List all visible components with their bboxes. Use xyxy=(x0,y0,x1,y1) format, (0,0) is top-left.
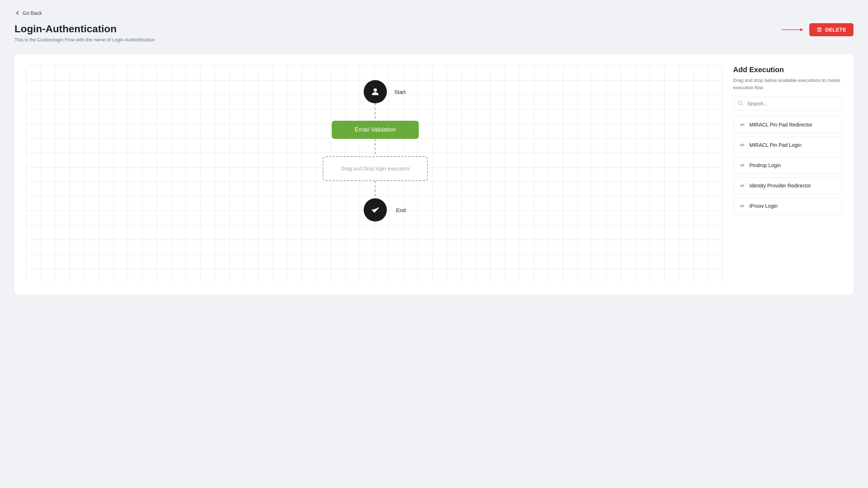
executor-label: MIRACL Pin Pad Redirector xyxy=(749,122,813,128)
connector-1 xyxy=(375,103,376,121)
executor-label: Identity Provider Redirector xyxy=(749,183,811,189)
executor-item[interactable]: Identity Provider Redirector xyxy=(733,177,842,194)
go-back-button[interactable]: Go Back xyxy=(15,10,42,16)
end-node xyxy=(364,198,387,222)
execution-sidebar: Add Execution Drag and drop below availa… xyxy=(733,66,842,283)
flow-nodes: Start Email Validation Drag and Drop log… xyxy=(323,80,428,222)
end-label: End xyxy=(396,207,406,213)
checkmark-icon xyxy=(370,205,380,215)
connector-3 xyxy=(375,181,376,198)
executor-label: iProov Login xyxy=(749,203,778,209)
svg-marker-1 xyxy=(800,28,803,31)
executor-label: Pindrop Login xyxy=(749,162,781,168)
start-node xyxy=(364,80,387,103)
sidebar-description: Drag and drop below available executions… xyxy=(733,77,842,91)
drop-zone-node[interactable]: Drag and Drop login executors xyxy=(323,156,428,181)
header-right: DELETE xyxy=(782,23,853,36)
executor-item[interactable]: MIRACL Pin Pad Redirector xyxy=(733,116,842,133)
page-description: This is the Customlogin Flow with the na… xyxy=(15,37,155,42)
drop-zone-label: Drag and Drop login executors xyxy=(341,166,410,171)
svg-point-2 xyxy=(373,88,377,92)
user-icon xyxy=(370,87,380,97)
executor-list: MIRACL Pin Pad Redirector MIRACL Pin Pad… xyxy=(733,116,842,214)
code-icon xyxy=(739,183,745,189)
arrow-right-icon xyxy=(782,26,803,33)
go-back-label: Go Back xyxy=(22,10,42,16)
start-node-wrapper: Start xyxy=(364,80,387,103)
search-box xyxy=(733,97,842,111)
page-header: Login-Authentication This is the Customl… xyxy=(15,23,853,42)
svg-point-3 xyxy=(739,101,742,104)
code-icon xyxy=(739,122,745,128)
page-title: Login-Authentication xyxy=(15,23,155,35)
delete-label: DELETE xyxy=(825,27,846,33)
arrow-indicator xyxy=(782,26,803,33)
page-title-block: Login-Authentication This is the Customl… xyxy=(15,23,155,42)
main-content: Start Email Validation Drag and Drop log… xyxy=(15,54,853,295)
start-label: Start xyxy=(394,89,406,95)
executor-label: MIRACL Pin Pad Login xyxy=(749,142,801,148)
flow-canvas: Start Email Validation Drag and Drop log… xyxy=(26,66,724,283)
arrow-left-icon xyxy=(15,10,20,16)
executor-item[interactable]: Pindrop Login xyxy=(733,157,842,174)
search-icon xyxy=(737,100,743,107)
end-node-wrapper: End xyxy=(364,198,387,222)
search-input[interactable] xyxy=(733,97,842,111)
email-validation-node[interactable]: Email Validation xyxy=(332,121,419,139)
email-validation-label: Email Validation xyxy=(355,127,396,133)
sidebar-title: Add Execution xyxy=(733,66,842,74)
delete-button[interactable]: DELETE xyxy=(809,23,853,36)
connector-2 xyxy=(375,139,376,156)
executor-item[interactable]: iProov Login xyxy=(733,198,842,214)
trash-icon xyxy=(817,27,822,33)
code-icon xyxy=(739,162,745,168)
executor-item[interactable]: MIRACL Pin Pad Login xyxy=(733,137,842,153)
code-icon xyxy=(739,203,745,209)
code-icon xyxy=(739,142,745,148)
